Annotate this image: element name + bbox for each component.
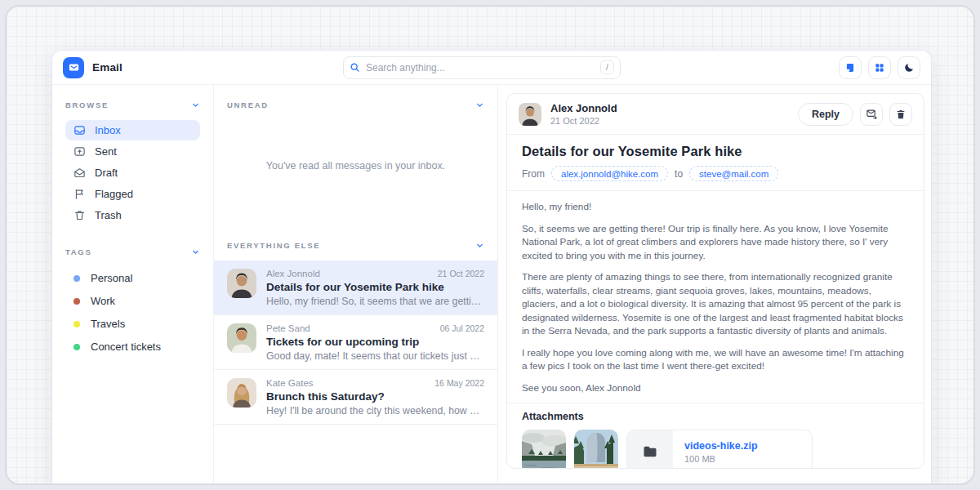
apps-grid-button[interactable] xyxy=(868,56,891,79)
browse-label: BROWSE xyxy=(65,100,109,109)
detail-actions: Reply xyxy=(798,103,912,126)
browse-section-header: BROWSE xyxy=(65,100,200,109)
to-email-chip[interactable]: steve@mail.com xyxy=(689,166,778,181)
forward-email-button[interactable] xyxy=(860,103,883,126)
email-summary: Pete Sand 06 Jul 2022 Tickets for our up… xyxy=(266,323,484,362)
file-size: 100 MB xyxy=(684,454,758,464)
body-paragraph: Hello, my friend! xyxy=(522,200,909,214)
everything-else-label: EVERYTHING ELSE xyxy=(227,241,320,250)
tag-label: Personal xyxy=(91,272,132,284)
detail-sender-name: Alex Jonnold xyxy=(550,102,617,114)
email-date: 16 May 2022 xyxy=(434,378,484,388)
avatar xyxy=(227,378,256,408)
tags-section: TAGS Personal Work xyxy=(65,247,200,358)
email-sender: Kate Gates xyxy=(266,378,314,388)
email-list-item[interactable]: Pete Sand 06 Jul 2022 Tickets for our up… xyxy=(214,315,497,370)
attachments-section: Attachments xyxy=(507,403,924,469)
envelope-logo-icon xyxy=(68,61,80,74)
tags-collapse-chevron-icon[interactable] xyxy=(191,247,200,256)
avatar xyxy=(519,103,541,126)
app-header: Email / xyxy=(52,51,931,85)
delete-email-button[interactable] xyxy=(889,103,912,126)
detail-header: Alex Jonnold 21 Oct 2022 Reply xyxy=(507,94,924,134)
sidebar-item-flagged[interactable]: Flagged xyxy=(65,184,200,204)
to-label: to xyxy=(675,168,683,180)
reading-pane: Alex Jonnold 21 Oct 2022 Reply xyxy=(498,85,931,485)
email-preview: Hey! I'll be around the city this weeken… xyxy=(266,405,484,416)
moon-icon xyxy=(903,62,915,74)
folder-icon xyxy=(642,443,658,460)
everything-else-section-header: EVERYTHING ELSE xyxy=(214,225,497,261)
everything-else-collapse-chevron-icon[interactable] xyxy=(475,241,484,250)
email-list-item[interactable]: Alex Jonnold 21 Oct 2022 Details for our… xyxy=(214,261,497,315)
page-background: Email / xyxy=(5,5,975,485)
trash-icon xyxy=(895,109,906,120)
trash-icon xyxy=(74,209,86,221)
sidebar-item-inbox[interactable]: Inbox xyxy=(65,120,200,140)
from-email-chip[interactable]: alex.jonnold@hike.com xyxy=(551,166,668,181)
from-label: From xyxy=(522,168,545,180)
body-paragraph: There are plenty of amazing things to se… xyxy=(522,270,909,338)
email-subject: Details for our Yosemite Park hike xyxy=(266,281,484,293)
attachment-photo-half-dome[interactable] xyxy=(574,430,618,469)
sidebar-item-trash[interactable]: Trash xyxy=(65,205,200,225)
sidebar-item-label: Flagged xyxy=(95,188,133,200)
flag-icon xyxy=(74,188,86,200)
detail-date: 21 Oct 2022 xyxy=(550,116,617,126)
sidebar-item-sent[interactable]: Sent xyxy=(65,141,200,162)
email-preview: Hello, my friend! So, it seems that we a… xyxy=(266,296,484,307)
attachments-label: Attachments xyxy=(522,411,909,422)
email-body: Hello, my friend! So, it seems we are ge… xyxy=(507,191,924,394)
detail-subject-block: Details for our Yosemite Park hike From … xyxy=(507,135,924,190)
email-preview: Good day, mate! It seems that our ticket… xyxy=(266,350,484,362)
browse-collapse-chevron-icon[interactable] xyxy=(191,100,200,109)
envelope-forward-icon xyxy=(866,108,878,120)
tags-section-header: TAGS xyxy=(65,247,200,256)
sidebar: BROWSE Inbox xyxy=(52,85,214,485)
email-app-window: Email / xyxy=(52,51,931,485)
tag-label: Travels xyxy=(91,318,125,330)
tag-dot-work xyxy=(74,298,80,305)
dark-mode-button[interactable] xyxy=(898,56,920,79)
attachment-file-card[interactable]: videos-hike.zip 100 MB xyxy=(626,430,813,469)
search-icon xyxy=(350,62,360,73)
email-summary: Alex Jonnold 21 Oct 2022 Details for our… xyxy=(266,269,484,307)
header-actions xyxy=(839,56,920,79)
avatar xyxy=(227,269,256,298)
search-shortcut-key: / xyxy=(600,60,614,74)
attachment-photo-valley[interactable] xyxy=(522,430,566,469)
sidebar-item-draft[interactable]: Draft xyxy=(65,163,200,183)
tags-list: Personal Work Travels Concert ticke xyxy=(65,267,200,358)
tag-dot-travels xyxy=(74,321,80,327)
attachments-row: videos-hike.zip 100 MB xyxy=(522,430,909,469)
reply-button[interactable]: Reply xyxy=(798,103,853,126)
file-info: videos-hike.zip 100 MB xyxy=(673,430,769,469)
email-summary: Kate Gates 16 May 2022 Brunch this Satur… xyxy=(266,378,484,416)
notebook-button[interactable] xyxy=(839,56,862,79)
sidebar-item-label: Sent xyxy=(95,145,117,158)
email-list-item[interactable]: Kate Gates 16 May 2022 Brunch this Satur… xyxy=(214,370,497,425)
message-list-column: UNREAD You've read all messages in your … xyxy=(214,85,498,485)
file-name-link[interactable]: videos-hike.zip xyxy=(684,440,758,452)
draft-envelope-icon xyxy=(74,167,86,179)
tag-item-work[interactable]: Work xyxy=(65,290,200,312)
main-area: BROWSE Inbox xyxy=(52,85,931,485)
detail-sender-block: Alex Jonnold 21 Oct 2022 xyxy=(550,102,617,126)
app-logo xyxy=(63,57,84,78)
tag-item-travels[interactable]: Travels xyxy=(65,313,200,335)
unread-collapse-chevron-icon[interactable] xyxy=(475,100,484,109)
tag-dot-concert-tickets xyxy=(74,344,80,350)
search-bar[interactable]: / xyxy=(343,56,621,79)
body-paragraph: I really hope you love coming along with… xyxy=(522,346,909,373)
tag-item-concert-tickets[interactable]: Concert tickets xyxy=(65,336,200,358)
tags-label: TAGS xyxy=(65,247,91,256)
search-input[interactable] xyxy=(366,62,595,74)
unread-empty-message: You've read all messages in your inbox. xyxy=(214,109,497,225)
unread-section-header: UNREAD xyxy=(214,85,497,109)
inbox-icon xyxy=(74,124,86,136)
notebook-icon xyxy=(844,62,856,74)
app-title: Email xyxy=(92,61,122,74)
file-icon-area xyxy=(627,430,673,469)
tag-item-personal[interactable]: Personal xyxy=(65,267,200,289)
sidebar-item-label: Inbox xyxy=(95,124,121,136)
